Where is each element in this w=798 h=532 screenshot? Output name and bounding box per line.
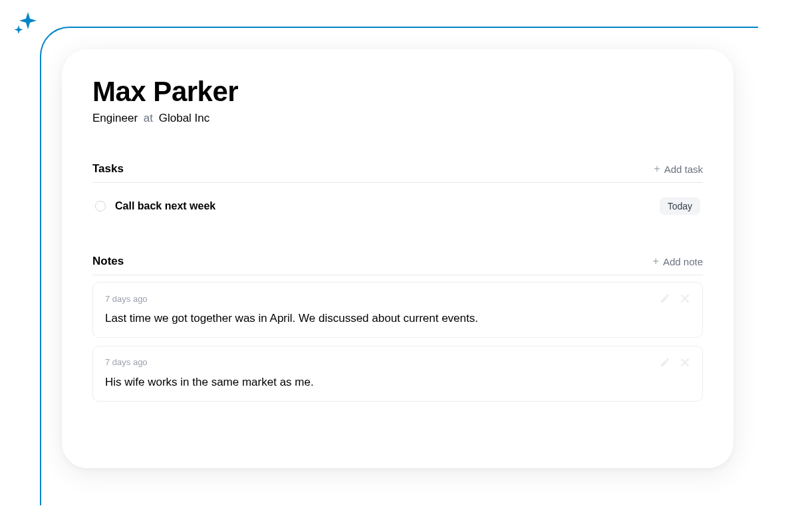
add-task-button[interactable]: + Add task	[654, 164, 703, 175]
tasks-header: Tasks + Add task	[92, 162, 703, 183]
note-timestamp: 7 days ago	[105, 294, 148, 304]
notes-section: Notes + Add note 7 days ago Last time we…	[92, 255, 703, 402]
task-row[interactable]: Call back next week Today	[92, 190, 703, 223]
tasks-heading: Tasks	[92, 162, 124, 176]
contact-company: Global Inc	[159, 112, 210, 124]
add-note-button[interactable]: + Add note	[653, 256, 703, 267]
close-icon[interactable]	[680, 293, 690, 304]
contact-subtitle: Engineer at Global Inc	[92, 112, 703, 125]
note-timestamp: 7 days ago	[105, 357, 148, 367]
contact-name: Max Parker	[92, 76, 703, 108]
sparkle-icon	[12, 9, 39, 41]
edit-icon[interactable]	[660, 293, 670, 304]
contact-role: Engineer	[92, 112, 138, 124]
note-body: His wife works in the same market as me.	[105, 374, 690, 390]
task-due-badge[interactable]: Today	[660, 198, 700, 215]
subtitle-separator: at	[144, 112, 153, 124]
contact-card: Max Parker Engineer at Global Inc Tasks …	[62, 49, 733, 468]
note-card[interactable]: 7 days ago His wife works in the same ma…	[92, 346, 703, 402]
task-checkbox[interactable]	[95, 201, 106, 211]
add-task-label: Add task	[664, 164, 703, 175]
close-icon[interactable]	[680, 357, 690, 368]
notes-heading: Notes	[92, 255, 124, 268]
note-card[interactable]: 7 days ago Last time we got together was…	[92, 282, 703, 338]
plus-icon: +	[653, 256, 659, 267]
notes-header: Notes + Add note	[92, 255, 703, 275]
edit-icon[interactable]	[660, 357, 670, 368]
add-note-label: Add note	[663, 256, 703, 267]
note-body: Last time we got together was in April. …	[105, 311, 690, 327]
tasks-section: Tasks + Add task Call back next week Tod…	[92, 162, 703, 223]
plus-icon: +	[654, 164, 660, 174]
task-text: Call back next week	[115, 200, 215, 212]
